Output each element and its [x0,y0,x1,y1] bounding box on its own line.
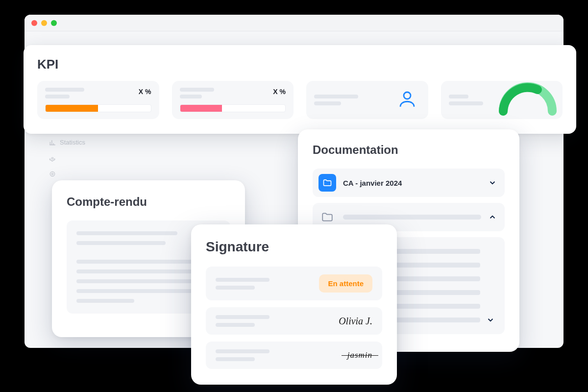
placeholder-line [216,357,255,361]
placeholder-line [216,323,255,327]
sidebar-item-statistics[interactable]: Statistics [49,139,94,146]
placeholder-line [180,95,202,98]
compte-rendu-title: Compte-rendu [67,195,230,209]
signature-handwriting: jasmin [347,350,372,360]
progress-fill [180,105,222,112]
status-badge: En attente [319,274,372,293]
chevron-down-icon[interactable] [488,178,497,187]
svg-point-3 [404,92,411,99]
placeholder-line [76,299,134,303]
signature-row-pending[interactable]: En attente [206,267,382,300]
doc-item-label: CA - janvier 2024 [343,179,481,187]
svg-point-2 [51,173,53,175]
placeholder-line [76,231,177,235]
signature-title: Signature [206,239,382,255]
placeholder-line [45,95,70,98]
sidebar-label: Statistics [60,139,85,146]
placeholder-line [45,88,84,92]
folder-icon [318,174,336,192]
placeholder-line [216,286,255,290]
placeholder-line [314,95,358,98]
placeholder-line [449,95,468,98]
placeholder-line [76,241,166,245]
folder-icon [318,208,336,226]
progress-track [45,104,151,112]
placeholder-line [449,101,483,105]
kpi-row: X % X % [37,81,563,119]
signature-row[interactable]: Olivia J. [206,307,382,335]
close-icon[interactable] [31,20,37,26]
kpi-card-pink[interactable]: X % [172,81,294,119]
progress-fill [46,105,98,112]
gear-icon [49,155,56,162]
kpi-title: KPI [37,57,563,72]
sidebar-item-placeholder[interactable] [49,171,94,177]
traffic-lights [31,20,57,26]
kpi-card-gauge[interactable] [441,81,563,119]
doc-folder-item[interactable]: CA - janvier 2024 [313,169,505,197]
kpi-card-orange[interactable]: X % [37,81,159,119]
window-titlebar [24,15,564,31]
progress-track [180,104,286,112]
svg-point-1 [50,172,54,176]
target-icon [49,171,56,177]
maximize-icon[interactable] [51,20,57,26]
placeholder-line [180,88,214,92]
signature-card: Signature En attente Olivia J. jasmin [191,224,397,385]
kpi-percent: X % [139,88,151,96]
gauge-icon [496,82,560,118]
placeholder-line [216,349,270,353]
placeholder-line [343,215,481,220]
minimize-icon[interactable] [41,20,47,26]
chart-icon [49,139,56,146]
kpi-percent: X % [273,88,286,96]
signature-row[interactable]: jasmin [206,342,382,369]
chevron-down-icon[interactable] [486,316,495,324]
kpi-panel: KPI X % X % [24,45,576,134]
user-icon [397,89,417,111]
placeholder-line [216,315,270,319]
svg-point-0 [51,157,53,159]
chevron-up-icon[interactable] [488,213,497,221]
placeholder-line [216,278,270,282]
placeholder-line [314,101,341,105]
sidebar-item-placeholder[interactable] [49,155,94,162]
signature-handwriting: Olivia J. [339,316,372,327]
documentation-title: Documentation [313,143,505,157]
kpi-card-user[interactable] [306,81,428,119]
